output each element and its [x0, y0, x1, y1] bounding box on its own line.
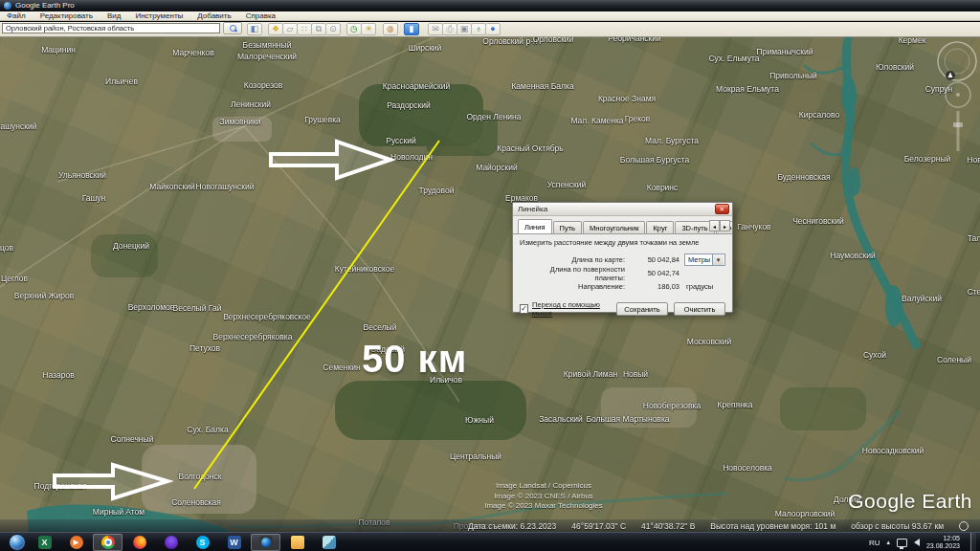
attribution-line: Image © 2023 CNES / Airbus: [448, 492, 639, 502]
add-image-overlay-icon[interactable]: ⧉: [311, 23, 326, 35]
window-title: Google Earth Pro: [15, 2, 75, 10]
tab-scroll-right-icon[interactable]: ▸: [720, 220, 730, 231]
taskbar-apps: X ▶ S W: [29, 533, 345, 551]
add-polygon-icon[interactable]: ▱: [282, 23, 298, 35]
app-glyph: [101, 536, 115, 549]
chrome-icon[interactable]: [93, 534, 122, 551]
media-player-icon[interactable]: ▶: [61, 534, 91, 551]
firefox-focus-icon[interactable]: [156, 534, 186, 551]
excel-icon[interactable]: X: [30, 534, 59, 551]
app-glyph: W: [228, 536, 241, 549]
elevation-readout: Высота над уровнем моря: 101 м: [710, 521, 835, 531]
skype-icon[interactable]: S: [188, 534, 217, 551]
tab-path[interactable]: Путь: [553, 221, 582, 233]
clear-button[interactable]: Очистить: [674, 302, 725, 316]
save-button[interactable]: Сохранить: [616, 302, 668, 316]
streaming-indicator-icon: [959, 521, 969, 531]
tray-date: 23.08.2023: [926, 542, 960, 550]
tray-clock[interactable]: 12:05 23.08.2023: [926, 535, 960, 550]
mouse-navigation-label: Переход с помощью мыши: [532, 300, 611, 318]
save-image-icon[interactable]: ▣: [457, 23, 472, 35]
historical-imagery-icon[interactable]: ◷: [346, 23, 362, 35]
record-tour-icon[interactable]: ⊙: [325, 23, 341, 35]
latitude-readout: 46°59'17.03" С: [571, 521, 626, 531]
eye-altitude-readout: обзор с высоты 93.67 км: [851, 521, 944, 531]
app-glyph: [259, 536, 273, 549]
close-icon[interactable]: [715, 204, 729, 214]
app-glyph: [323, 536, 336, 549]
google-earth-logo: Google Earth: [848, 490, 972, 513]
add-path-icon[interactable]: ∷: [297, 23, 312, 35]
app-glyph: [165, 536, 178, 549]
units-dropdown-value: Метры: [688, 255, 710, 264]
network-icon[interactable]: [897, 539, 907, 547]
attribution-line: Image Landsat / Copernicus: [448, 481, 639, 492]
view-in-maps-icon[interactable]: ♁: [471, 23, 486, 35]
hidden-icons-icon[interactable]: ▴: [886, 539, 890, 546]
ground-length-value: 50 042,74: [630, 269, 684, 277]
app-globe-icon: [4, 2, 11, 10]
tab-polygon[interactable]: Многоугольник: [583, 221, 645, 233]
windows-taskbar: X ▶ S W: [0, 532, 980, 551]
toolbar-icons: ◧❖▱∷⧉⊙◷☀◍▮✉⎙▣♁●: [0, 23, 980, 35]
menu-item[interactable]: Редактировать: [40, 11, 93, 20]
menu-item[interactable]: Вид: [107, 11, 121, 20]
ruler-description: Измерить расстояние между двумя точками …: [520, 238, 725, 247]
language-indicator[interactable]: RU: [869, 539, 880, 547]
menu-bar: ФайлРедактироватьВидИнструментыДобавитьС…: [0, 11, 980, 21]
imagery-date: Дата съемки: 6.23.2023: [468, 521, 556, 531]
ruler-dialog: Линейка ◂ ▸ ЛинияПутьМногоугольникКруг3D…: [512, 202, 733, 313]
ruler-dialog-titlebar[interactable]: Линейка: [513, 203, 732, 216]
window-titlebar[interactable]: Google Earth Pro: [0, 0, 980, 11]
system-tray: RU ▴ 12:05 23.08.2023: [869, 533, 976, 551]
planets-icon[interactable]: ◍: [383, 23, 398, 35]
map-length-label: Длина по карте:: [520, 255, 630, 264]
mouse-navigation-checkbox[interactable]: ✓: [520, 304, 528, 314]
google-earth-icon[interactable]: [251, 534, 280, 551]
menu-item[interactable]: Справка: [246, 11, 276, 20]
volume-icon[interactable]: [914, 539, 920, 546]
email-icon[interactable]: ✉: [428, 23, 443, 35]
tab-circle[interactable]: Круг: [646, 221, 674, 233]
ground-length-label: Длина по поверхности планеты:: [520, 265, 630, 282]
menu-item[interactable]: Инструменты: [135, 11, 183, 20]
sunlight-icon[interactable]: ☀: [361, 23, 376, 35]
heading-unit: градусы: [684, 282, 713, 291]
map-length-value: 50 042,84: [630, 255, 684, 264]
tab-scroll-left-icon[interactable]: ◂: [709, 220, 720, 231]
ruler-dialog-title: Линейка: [518, 205, 547, 213]
heading-value: 186,03: [630, 282, 684, 291]
word-icon[interactable]: W: [219, 534, 249, 551]
firefox-icon[interactable]: [124, 534, 154, 551]
longitude-readout: 41°40'38.72" В: [641, 521, 695, 531]
attribution-line: Image © 2023 Maxar Technologies: [448, 501, 639, 512]
tab-line[interactable]: Линия: [518, 219, 552, 233]
ruler-icon[interactable]: ▮: [404, 23, 419, 35]
photo-viewer-icon[interactable]: [314, 534, 344, 551]
menu-item[interactable]: Файл: [7, 11, 26, 20]
explorer-icon[interactable]: [282, 534, 312, 551]
app-glyph: [133, 536, 146, 549]
imagery-attribution: Image Landsat / CopernicusImage © 2023 C…: [448, 481, 639, 512]
tab-scroll: ◂ ▸: [709, 220, 730, 231]
start-button[interactable]: [9, 534, 26, 551]
scale-annotation: 50 км: [362, 338, 467, 380]
app-glyph: [291, 536, 304, 549]
heading-label: Направление:: [520, 282, 630, 291]
print-icon[interactable]: ⎙: [442, 23, 457, 35]
satellite-map[interactable]: [0, 36, 980, 532]
ruler-tabs: ◂ ▸ ЛинияПутьМногоугольникКруг3D-путь3D-…: [513, 218, 732, 234]
earth-globe-icon[interactable]: ●: [485, 23, 501, 35]
map-status-bar: Дата съемки: 6.23.2023 46°59'17.03" С 41…: [0, 519, 980, 532]
toolbar: ◧❖▱∷⧉⊙◷☀◍▮✉⎙▣♁●: [0, 22, 980, 37]
menu-item[interactable]: Добавить: [197, 11, 231, 20]
sidebar-toggle-icon[interactable]: ◧: [247, 23, 262, 35]
app-glyph: ▶: [70, 536, 83, 549]
tray-time: 12:05: [926, 535, 960, 542]
units-dropdown[interactable]: Метры: [684, 253, 725, 266]
app-glyph: X: [38, 536, 52, 549]
app-glyph: S: [196, 536, 210, 549]
add-placemark-icon[interactable]: ❖: [268, 23, 283, 35]
show-desktop-button[interactable]: [970, 533, 976, 551]
